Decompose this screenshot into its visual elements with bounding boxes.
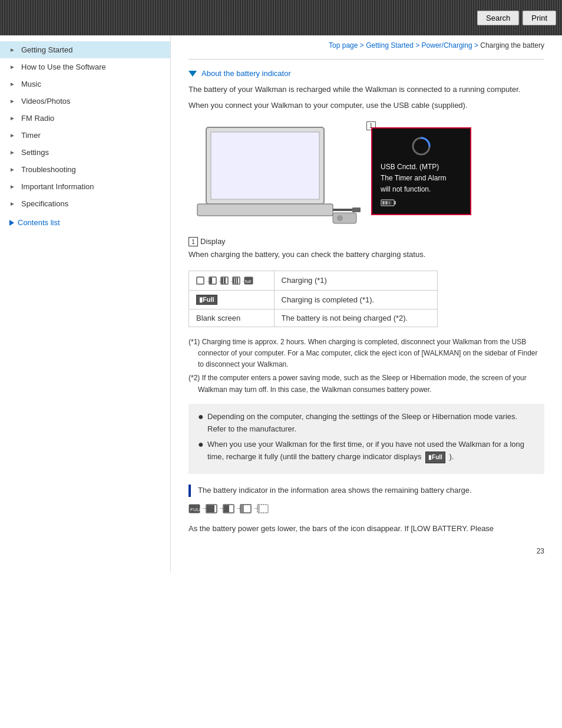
battery-charging-indicator: → → → — [196, 275, 267, 286]
chevron-icon: ► — [9, 166, 16, 173]
content-area: Top page > Getting Started > Power/Charg… — [171, 35, 562, 573]
svg-text:FULL: FULL — [190, 507, 202, 512]
section-anchor: About the battery indicator — [189, 69, 544, 78]
bullet-icon: ● — [198, 411, 207, 423]
contents-list-link[interactable]: Contents list — [0, 212, 170, 230]
battery-full-icon: ▮Full — [196, 295, 217, 305]
footnote-1: (*1) Charging time is approx. 2 hours. W… — [189, 337, 544, 371]
laptop-illustration — [189, 121, 365, 228]
svg-rect-13 — [391, 201, 392, 205]
note-bullet-2: ● When you use your Walkman for the firs… — [198, 439, 535, 463]
usb-screen-container: 1 USB Cnctd. (MTP) The Timer and Alarm w… — [371, 127, 471, 216]
sidebar-item-how-to-use[interactable]: ► How to Use the Software — [0, 58, 170, 75]
chevron-icon: ► — [9, 200, 16, 207]
svg-rect-5 — [333, 213, 356, 223]
note-text-1: Depending on the computer, changing the … — [207, 411, 535, 436]
page-number: 23 — [189, 547, 544, 555]
svg-rect-12 — [388, 201, 391, 205]
sidebar-item-fm-radio[interactable]: ► FM Radio — [0, 110, 170, 127]
svg-text:full: full — [245, 279, 251, 284]
table-row: Blank screen The battery is not being ch… — [189, 309, 438, 327]
search-button[interactable]: Search — [477, 11, 519, 25]
sidebar-item-specifications[interactable]: ► Specifications — [0, 195, 170, 212]
sidebar-item-label: How to Use the Software — [21, 62, 106, 71]
svg-rect-11 — [385, 201, 388, 205]
svg-rect-37 — [224, 505, 229, 512]
svg-rect-2 — [197, 204, 333, 216]
svg-rect-1 — [211, 132, 319, 199]
breadcrumb-top[interactable]: Top page — [329, 41, 358, 50]
sidebar-item-getting-started[interactable]: ► Getting Started — [0, 41, 170, 58]
svg-rect-4 — [352, 207, 361, 212]
table-cell-description-1: Charging (*1) — [274, 271, 437, 290]
triangle-down-icon — [189, 71, 197, 77]
breadcrumb-getting-started[interactable]: Getting Started — [366, 41, 414, 50]
paragraph-1: The battery of your Walkman is recharged… — [189, 84, 544, 96]
sidebar-item-troubleshooting[interactable]: ► Troubleshooting — [0, 161, 170, 178]
number-box-1: 1 — [189, 237, 198, 246]
svg-rect-14 — [197, 277, 204, 284]
header: Search Print — [0, 0, 562, 35]
bullet-icon: ● — [198, 439, 207, 451]
breadcrumb: Top page > Getting Started > Power/Charg… — [189, 41, 544, 50]
sidebar-item-important-info[interactable]: ► Important Information — [0, 178, 170, 195]
svg-rect-40 — [241, 505, 244, 512]
print-button[interactable]: Print — [523, 11, 556, 25]
sidebar-item-label: Timer — [21, 131, 41, 140]
sidebar-item-music[interactable]: ► Music — [0, 75, 170, 93]
blue-bar-section: The battery indicator in the information… — [189, 485, 544, 497]
sidebar-item-label: Specifications — [21, 199, 68, 208]
svg-rect-26 — [237, 278, 238, 284]
battery-sequence-icon: → → → — [196, 275, 255, 286]
sidebar-item-label: Videos/Photos — [21, 97, 71, 106]
arrow-right-icon — [9, 220, 14, 226]
svg-rect-9 — [394, 201, 396, 205]
battery-drain-sequence-icon: FULL → → → → — [189, 503, 295, 515]
note-bullet-1: ● Depending on the computer, changing th… — [198, 411, 535, 436]
svg-rect-24 — [233, 278, 234, 284]
table-cell-description-3: The battery is not being charged (*2). — [274, 309, 437, 327]
svg-rect-17 — [210, 278, 212, 284]
charging-spinner-icon — [411, 136, 432, 157]
sidebar-item-label: Music — [21, 80, 41, 88]
charging-table: → → → — [189, 271, 438, 327]
battery-icon — [381, 199, 397, 207]
display-label: Display — [200, 237, 226, 246]
usb-screen-box: USB Cnctd. (MTP) The Timer and Alarm wil… — [371, 127, 471, 216]
svg-point-6 — [337, 215, 343, 221]
section-title: About the battery indicator — [201, 69, 291, 78]
sidebar-item-label: Getting Started — [21, 45, 72, 54]
chevron-icon: ► — [9, 98, 16, 105]
usb-line-3: will not function. — [381, 184, 462, 195]
note-text-2: When you use your Walkman for the first … — [207, 439, 535, 463]
svg-rect-34 — [207, 505, 214, 512]
sidebar-item-timer[interactable]: ► Timer — [0, 127, 170, 144]
svg-rect-21 — [224, 278, 226, 284]
bottom-paragraph: As the battery power gets lower, the bar… — [189, 523, 544, 535]
footnote-2: (*2) If the computer enters a power savi… — [189, 373, 544, 395]
usb-line-1: USB Cnctd. (MTP) — [381, 162, 462, 173]
table-row: → → → — [189, 271, 438, 290]
image-area: 1 USB Cnctd. (MTP) The Timer and Alarm w… — [189, 121, 544, 228]
chevron-icon: ► — [9, 81, 16, 88]
paragraph-2: When you connect your Walkman to your co… — [189, 100, 544, 112]
svg-rect-25 — [235, 278, 236, 284]
chevron-icon: ► — [9, 149, 16, 156]
chevron-icon: ► — [9, 183, 16, 190]
sidebar-item-label: Troubleshooting — [21, 165, 76, 174]
chevron-icon: ► — [9, 132, 16, 139]
svg-rect-43 — [258, 505, 260, 512]
main-layout: ► Getting Started ► How to Use the Softw… — [0, 35, 562, 573]
table-cell-indicator: → → → — [189, 271, 275, 290]
table-cell-blank: Blank screen — [189, 309, 275, 327]
battery-full-inline-icon: ▮Full — [425, 452, 445, 463]
breadcrumb-current: Charging the battery — [480, 41, 544, 50]
chevron-icon: ► — [9, 47, 16, 54]
battery-section-para: The battery indicator in the information… — [198, 485, 544, 497]
sidebar-item-videos-photos[interactable]: ► Videos/Photos — [0, 93, 170, 110]
sidebar-item-settings[interactable]: ► Settings — [0, 144, 170, 161]
svg-rect-20 — [222, 278, 223, 284]
breadcrumb-power-charging[interactable]: Power/Charging — [422, 41, 472, 50]
display-note: 1 Display — [189, 237, 544, 247]
chevron-icon: ► — [9, 115, 16, 122]
